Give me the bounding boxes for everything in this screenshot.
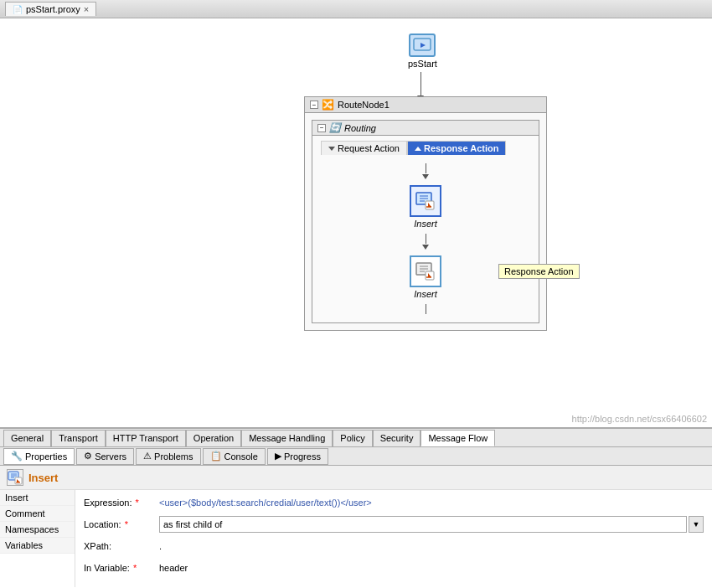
insert-label-1: Insert [414,219,437,229]
close-icon[interactable]: × [84,4,89,14]
routing-label: Routing [344,123,376,133]
bottom-tabs-bar: General Transport HTTP Transport Operati… [0,429,712,447]
in-variable-row: In Variable: * header [84,559,704,577]
up-arrow-icon [415,147,421,151]
connector-line [420,72,421,97]
xpath-row: XPath: . [84,537,704,555]
insert-panel-icon [7,469,23,486]
prop-tab-servers[interactable]: ⚙ Servers [76,448,134,465]
form-container: Insert Comment Namespaces Variables Expr… [0,490,712,587]
tab-http-transport[interactable]: HTTP Transport [106,430,186,446]
properties-panel: 🔧 Properties ⚙ Servers ⚠ Problems 📋 Cons… [0,447,712,588]
in-variable-label: In Variable: * [84,563,159,573]
expression-label: Expression: * [84,498,159,508]
prop-tab-icon-progress: ▶ [275,451,281,462]
tab-response-action[interactable]: Response Action [407,141,506,155]
sidebar-item-namespaces[interactable]: Namespaces [0,522,75,538]
collapse-btn[interactable]: − [310,101,318,109]
insert-node-2[interactable]: Insert [410,255,441,299]
routing-header: − 🔄 Routing [312,121,539,136]
tab-operation[interactable]: Operation [186,430,241,446]
location-row: Location: * ▼ [84,515,704,534]
route-node-container: − 🔀 RouteNode1 − 🔄 Routing Request Actio… [304,96,547,331]
insert-icon-1[interactable] [410,185,441,217]
expression-value[interactable]: <user>($body/test:search/credial/user/te… [159,498,704,508]
insert-icon-2[interactable] [410,255,441,287]
insert-panel-title: Insert [28,472,58,484]
form-fields: Expression: * <user>($body/test:search/c… [75,490,712,587]
sidebar-item-insert[interactable]: Insert [0,490,75,506]
routing-content: Insert [312,155,539,322]
location-value: ▼ [159,516,704,533]
tooltip-text: Response Action [504,266,574,276]
expression-row: Expression: * <user>($body/test:search/c… [84,493,704,512]
request-action-label: Request Action [338,143,400,153]
properties-tabs-bar: 🔧 Properties ⚙ Servers ⚠ Problems 📋 Cons… [0,447,712,466]
title-bar: 📄 psStart.proxy × [0,0,712,18]
tab-general[interactable]: General [3,430,51,446]
tab-icon: 📄 [13,5,23,14]
tab-label: psStart.proxy [26,4,80,14]
tab-policy[interactable]: Policy [333,430,372,446]
down-arrow-icon [328,147,335,151]
in-variable-required: * [133,563,137,573]
xpath-value: . [159,541,704,551]
insert-node-1[interactable]: Insert [410,185,441,229]
flow-line-2 [426,234,426,244]
ps-start-node[interactable]: psStart [408,34,437,69]
flow-arrow-2 [422,245,429,250]
tab-request-action[interactable]: Request Action [321,141,407,155]
prop-tab-icon-props: 🔧 [11,451,23,462]
location-required: * [125,519,128,529]
routing-container: − 🔄 Routing Request Action Response Acti… [312,120,539,323]
prop-tab-console[interactable]: 📋 Console [203,448,266,465]
editor-tab[interactable]: 📄 psStart.proxy × [5,2,96,16]
prop-tab-icon-servers: ⚙ [84,451,92,462]
location-dropdown-btn[interactable]: ▼ [689,516,704,533]
prop-tab-icon-console: 📋 [210,451,222,462]
xpath-label: XPath: [84,541,159,551]
sidebar-item-comment[interactable]: Comment [0,506,75,522]
expression-required: * [136,498,139,508]
prop-tab-problems[interactable]: ⚠ Problems [136,448,200,465]
form-sidebar: Insert Comment Namespaces Variables [0,490,75,587]
flow-line-3 [426,304,426,314]
route-node-icon: 🔀 [322,99,334,111]
expression-link[interactable]: <user>($body/test:search/credial/user/te… [159,498,372,508]
insert-panel-header: Insert [0,466,712,490]
routing-icon: 🔄 [329,122,341,133]
tab-message-flow[interactable]: Message Flow [420,430,495,446]
flow-line-1 [426,163,426,173]
watermark: http://blog.csdn.net/csx66406602 [572,414,707,424]
insert-label-2: Insert [414,289,437,299]
tab-security[interactable]: Security [373,430,421,446]
prop-tab-progress[interactable]: ▶ Progress [267,448,328,465]
sidebar-item-variables[interactable]: Variables [0,538,75,554]
flow-arrow-1 [422,174,429,179]
prop-tab-properties[interactable]: 🔧 Properties [3,448,75,465]
prop-tab-icon-problems: ⚠ [143,451,152,462]
response-action-label: Response Action [424,143,498,153]
diagram-area: psStart − 🔀 RouteNode1 − 🔄 Routing Reque… [0,18,712,429]
tab-transport[interactable]: Transport [51,430,106,446]
tab-message-handling[interactable]: Message Handling [241,430,333,446]
route-node-header: − 🔀 RouteNode1 [305,97,546,113]
response-action-tooltip: Response Action [498,264,580,279]
routing-tabs: Request Action Response Action [312,136,539,155]
in-variable-value: header [159,563,704,573]
ps-start-label: psStart [408,59,437,69]
location-label: Location: * [84,519,159,529]
ps-start-icon [409,34,436,57]
routing-collapse-btn[interactable]: − [317,124,326,132]
route-node-label: RouteNode1 [338,100,390,110]
location-input[interactable] [159,516,687,533]
